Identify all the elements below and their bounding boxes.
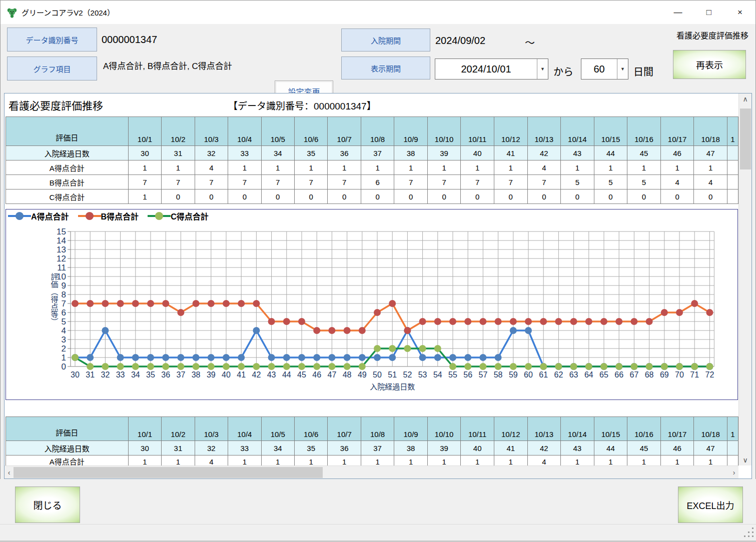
date-header-cell[interactable]: 10/17 — [660, 417, 694, 441]
value-cell[interactable]: 0 — [195, 190, 228, 204]
value-cell[interactable]: 1 — [228, 160, 261, 175]
value-cell[interactable]: 46 — [660, 441, 694, 456]
value-cell[interactable]: 40 — [461, 146, 494, 160]
value-cell[interactable]: 1 — [427, 160, 461, 175]
date-header-cell[interactable]: 10/2 — [162, 417, 195, 441]
date-header-cell[interactable]: 10/15 — [594, 417, 627, 441]
value-cell[interactable]: 0 — [162, 190, 195, 204]
value-cell[interactable]: 4 — [195, 160, 228, 175]
value-cell[interactable]: 1 — [627, 160, 661, 175]
date-header-cell[interactable]: 10/16 — [627, 417, 661, 441]
value-cell[interactable]: 0 — [694, 190, 727, 204]
value-cell[interactable]: 36 — [328, 441, 361, 456]
value-cell[interactable]: 1 — [361, 160, 394, 175]
horizontal-scrollbar[interactable]: ‹ › — [5, 466, 738, 478]
maximize-button[interactable]: □ — [693, 0, 724, 24]
graph-items-label-button[interactable]: グラフ項目 — [7, 56, 97, 80]
value-cell[interactable]: 1 — [494, 160, 527, 175]
horizontal-scrollbar-thumb[interactable] — [14, 467, 323, 478]
value-cell[interactable]: 1 — [461, 160, 494, 175]
display-period-label-button[interactable]: 表示期間 — [341, 56, 430, 80]
value-cell[interactable]: 0 — [427, 190, 461, 204]
value-cell[interactable]: 36 — [328, 146, 361, 160]
value-cell[interactable]: 0 — [461, 190, 494, 204]
date-header-cell[interactable]: 10/11 — [461, 117, 494, 146]
scroll-down-icon[interactable]: ∨ — [739, 454, 751, 466]
value-cell[interactable]: 37 — [361, 146, 394, 160]
value-cell[interactable]: 7 — [394, 175, 427, 190]
date-header-cell[interactable]: 10/9 — [394, 117, 427, 146]
date-header-cell[interactable]: 10/11 — [461, 417, 494, 441]
value-cell[interactable]: 7 — [294, 175, 327, 190]
value-cell[interactable]: 32 — [195, 441, 228, 456]
value-cell[interactable]: 7 — [427, 175, 461, 190]
date-header-cell[interactable]: 10/14 — [561, 117, 594, 146]
value-cell[interactable]: 0 — [594, 190, 627, 204]
date-header-cell[interactable]: 10/10 — [427, 417, 461, 441]
date-header-cell[interactable]: 10/3 — [195, 117, 228, 146]
value-cell[interactable]: 1 — [162, 160, 195, 175]
redisplay-button[interactable]: 再表示 — [673, 50, 746, 79]
date-header-cell[interactable]: 10/5 — [261, 117, 294, 146]
date-header-cell[interactable]: 10/15 — [594, 117, 627, 146]
scroll-left-icon[interactable]: ‹ — [5, 466, 14, 478]
value-cell[interactable]: 4 — [694, 175, 727, 190]
admission-period-label-button[interactable]: 入院期間 — [341, 28, 430, 52]
value-cell[interactable]: 39 — [427, 441, 461, 456]
value-cell[interactable]: 31 — [162, 146, 195, 160]
value-cell[interactable]: 38 — [394, 441, 427, 456]
value-cell[interactable]: 7 — [527, 175, 561, 190]
value-cell[interactable]: 44 — [594, 146, 627, 160]
row-label-cell[interactable]: C得点合計 — [6, 190, 129, 204]
value-cell[interactable]: 43 — [561, 146, 594, 160]
value-cell[interactable]: 38 — [394, 146, 427, 160]
row-label-cell[interactable]: 入院経過日数 — [6, 441, 129, 456]
value-cell[interactable]: 34 — [261, 441, 294, 456]
value-cell[interactable]: 45 — [627, 441, 661, 456]
date-header-cell[interactable]: 10/13 — [527, 117, 561, 146]
value-cell[interactable]: 0 — [527, 190, 561, 204]
value-cell[interactable]: 35 — [294, 441, 327, 456]
value-cell[interactable]: 1 — [561, 160, 594, 175]
date-header-cell[interactable]: 10/12 — [494, 417, 527, 441]
eval-date-header-cell[interactable]: 評価日 — [6, 417, 129, 441]
date-header-cell[interactable]: 10/2 — [162, 117, 195, 146]
vertical-scrollbar[interactable]: ∧ ∨ — [738, 94, 751, 466]
value-cell[interactable]: 5 — [561, 175, 594, 190]
minimize-button[interactable]: — — [662, 0, 693, 24]
value-cell[interactable]: 1 — [294, 160, 327, 175]
date-header-cell[interactable]: 10/1 — [128, 117, 161, 146]
chevron-down-icon[interactable]: ▼ — [617, 59, 628, 79]
value-cell[interactable]: 1 — [594, 160, 627, 175]
value-cell[interactable]: 0 — [394, 190, 427, 204]
date-header-cell[interactable]: 10/1 — [128, 417, 161, 441]
value-cell[interactable]: 35 — [294, 146, 327, 160]
value-cell[interactable]: 1 — [694, 160, 727, 175]
date-header-cell[interactable]: 10/7 — [328, 417, 361, 441]
date-header-cell[interactable]: 10/17 — [660, 117, 694, 146]
value-cell[interactable]: 39 — [427, 146, 461, 160]
close-button[interactable]: 閉じる — [15, 486, 80, 523]
value-cell[interactable]: 34 — [261, 146, 294, 160]
row-label-cell[interactable]: 入院経過日数 — [6, 146, 129, 160]
vertical-scrollbar-thumb[interactable] — [740, 108, 751, 170]
scroll-up-icon[interactable]: ∧ — [739, 94, 751, 104]
value-cell[interactable]: 0 — [261, 190, 294, 204]
value-cell[interactable]: 7 — [128, 175, 161, 190]
value-cell[interactable]: 30 — [128, 146, 161, 160]
date-header-cell[interactable]: 10/5 — [261, 417, 294, 441]
value-cell[interactable]: 4 — [527, 160, 561, 175]
close-window-button[interactable]: × — [724, 0, 755, 24]
value-cell[interactable]: 47 — [694, 441, 727, 456]
value-cell[interactable]: 0 — [228, 190, 261, 204]
date-header-cell[interactable]: 10/10 — [427, 117, 461, 146]
date-header-cell[interactable]: 10/18 — [694, 417, 727, 441]
value-cell[interactable]: 4 — [660, 175, 694, 190]
date-header-cell[interactable]: 10/8 — [361, 417, 394, 441]
value-cell[interactable]: 1 — [660, 160, 694, 175]
date-header-cell[interactable]: 10/16 — [627, 117, 661, 146]
date-header-cell[interactable]: 10/4 — [228, 117, 261, 146]
value-cell[interactable]: 32 — [195, 146, 228, 160]
value-cell[interactable]: 7 — [228, 175, 261, 190]
date-header-cell[interactable]: 10/14 — [561, 417, 594, 441]
